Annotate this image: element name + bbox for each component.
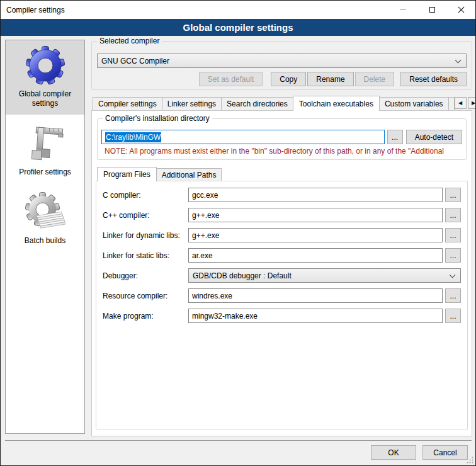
bin-subdirectory-note: NOTE: All programs must exist either in … — [105, 147, 462, 156]
window-controls — [388, 1, 475, 19]
settings-tabs: Compiler settings Linker settings Search… — [91, 95, 472, 110]
debugger-select-value: GDB/CDB debugger : Default — [193, 271, 448, 280]
compiler-select[interactable]: GNU GCC Compiler — [97, 54, 467, 68]
make-program-row: Make program: ... — [103, 309, 461, 323]
reset-defaults-button[interactable]: Reset defaults — [400, 72, 467, 86]
debugger-row: Debugger: GDB/CDB debugger : Default — [103, 268, 461, 283]
tab-program-files[interactable]: Program Files — [97, 167, 157, 181]
tab-compiler-settings[interactable]: Compiler settings — [93, 97, 162, 110]
browse-button[interactable]: ... — [445, 188, 461, 202]
selected-text: C:\raylib\MinGW — [105, 132, 161, 142]
chevron-down-icon — [450, 271, 456, 278]
field-label: Make program: — [103, 312, 188, 321]
sidebar-item-label: Profiler settings — [19, 168, 71, 177]
browse-button[interactable]: ... — [445, 208, 461, 222]
compiler-select-value: GNU GCC Compiler — [101, 57, 453, 65]
group-label: Selected compiler — [97, 37, 162, 46]
footer-divider — [5, 440, 472, 441]
resize-grip[interactable] — [467, 457, 473, 463]
set-as-default-button[interactable]: Set as default — [199, 72, 263, 86]
tab-scroll-arrows: ◀ ▶ — [455, 97, 476, 109]
sidebar-item-profiler-settings[interactable]: Profiler settings — [6, 118, 84, 183]
main-panel: Selected compiler GNU GCC Compiler Set a… — [91, 40, 472, 436]
dynamic-linker-row: Linker for dynamic libs: ... — [103, 228, 461, 242]
sidebar-item-batch-builds[interactable]: Batch builds — [6, 187, 84, 252]
tab-build-truncated[interactable]: Build — [448, 97, 455, 110]
program-tabs: Program Files Additional Paths — [97, 166, 472, 181]
group-label: Compiler's installation directory — [103, 114, 212, 123]
triangle-left-icon: ◀ — [458, 100, 462, 106]
sidebar-item-global-compiler-settings[interactable]: Global compiler settings — [6, 40, 84, 115]
caliper-icon — [25, 123, 65, 164]
tab-additional-paths[interactable]: Additional Paths — [156, 168, 222, 181]
maximize-button[interactable] — [417, 1, 446, 19]
static-linker-row: Linker for static libs: ... — [103, 248, 461, 263]
window-title: Compiler settings — [1, 6, 65, 14]
sidebar-item-label: Batch builds — [25, 236, 65, 246]
triangle-right-icon: ▶ — [472, 100, 475, 106]
maximize-icon — [429, 7, 435, 13]
field-label: C++ compiler: — [103, 211, 188, 220]
make-program-input[interactable] — [188, 309, 443, 323]
compiler-settings-dialog: Compiler settings Global compiler settin… — [0, 0, 476, 466]
browse-button[interactable]: ... — [445, 309, 461, 323]
field-label: C compiler: — [103, 191, 188, 200]
gray-gear-stack-icon — [25, 192, 65, 232]
rename-button[interactable]: Rename — [307, 72, 353, 86]
installation-directory-group: Compiler's installation directory C:\ray… — [97, 118, 467, 160]
debugger-select[interactable]: GDB/CDB debugger : Default — [188, 268, 461, 283]
field-label: Resource compiler: — [103, 292, 188, 300]
dialog-body: Global compiler settings — [1, 36, 475, 465]
tab-scroll-left-button[interactable]: ◀ — [455, 97, 467, 109]
minimize-button[interactable] — [388, 1, 417, 19]
minimize-icon — [400, 9, 406, 10]
settings-category-list: Global compiler settings — [5, 40, 85, 434]
resource-compiler-row: Resource compiler: ... — [103, 288, 461, 303]
close-button[interactable] — [446, 1, 475, 19]
selected-compiler-group: Selected compiler GNU GCC Compiler Set a… — [91, 41, 472, 90]
cpp-compiler-row: C++ compiler: ... — [103, 208, 461, 222]
cpp-compiler-input[interactable] — [188, 208, 443, 222]
dialog-buttons: OK Cancel — [371, 445, 468, 460]
cancel-button[interactable]: Cancel — [422, 445, 468, 460]
toolchain-executables-page: Compiler's installation directory C:\ray… — [91, 110, 472, 436]
page-title: Global compiler settings — [1, 19, 475, 36]
tab-custom-variables[interactable]: Custom variables — [379, 97, 449, 110]
c-compiler-input[interactable] — [188, 188, 443, 202]
delete-button[interactable]: Delete — [355, 72, 395, 86]
installation-directory-row: C:\raylib\MinGW ... Auto-detect — [101, 130, 462, 144]
installation-directory-input[interactable]: C:\raylib\MinGW — [101, 130, 385, 144]
sidebar-item-label: Global compiler settings — [7, 89, 83, 108]
resource-compiler-input[interactable] — [188, 288, 443, 303]
tab-toolchain-executables[interactable]: Toolchain executables — [293, 96, 380, 111]
dynamic-linker-input[interactable] — [188, 228, 443, 242]
c-compiler-row: C compiler: ... — [103, 188, 461, 202]
browse-directory-button[interactable]: ... — [387, 130, 403, 144]
close-icon — [458, 6, 465, 13]
compiler-actions: Set as default Copy Rename Delete Reset … — [97, 72, 467, 86]
browse-button[interactable]: ... — [445, 248, 461, 263]
program-files-panel: C compiler: ... C++ compiler: ... Linker… — [96, 181, 468, 429]
copy-button[interactable]: Copy — [271, 72, 306, 86]
tab-scroll-right-button[interactable]: ▶ — [468, 97, 476, 109]
field-label: Linker for static libs: — [103, 251, 188, 260]
ok-button[interactable]: OK — [371, 445, 416, 460]
browse-button[interactable]: ... — [445, 228, 461, 242]
blue-gear-icon — [25, 45, 65, 86]
static-linker-input[interactable] — [188, 248, 443, 263]
tab-search-directories[interactable]: Search directories — [221, 97, 293, 110]
field-label: Debugger: — [103, 271, 188, 280]
chevron-down-icon — [455, 57, 462, 63]
auto-detect-button[interactable]: Auto-detect — [406, 130, 462, 144]
browse-button[interactable]: ... — [445, 288, 461, 303]
tab-linker-settings[interactable]: Linker settings — [162, 97, 222, 110]
field-label: Linker for dynamic libs: — [103, 231, 188, 240]
titlebar[interactable]: Compiler settings — [1, 1, 475, 19]
